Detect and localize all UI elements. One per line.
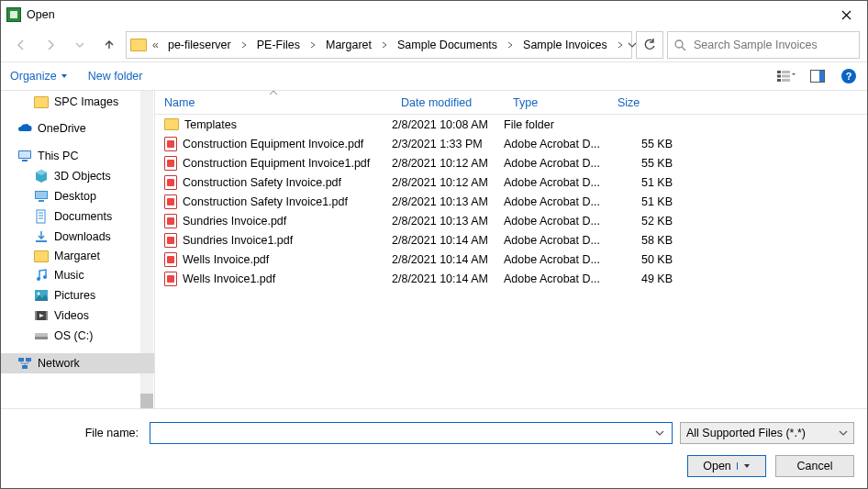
file-name: Wells Invoice1.pdf bbox=[183, 272, 275, 285]
tree-item[interactable]: Margaret bbox=[1, 247, 154, 265]
svg-rect-23 bbox=[46, 311, 48, 320]
breadcrumb-item[interactable]: Margaret bbox=[320, 35, 377, 55]
file-type: Adobe Acrobat D... bbox=[504, 176, 608, 189]
tree-item[interactable]: Pictures bbox=[1, 285, 154, 306]
tree-item[interactable]: Documents bbox=[1, 206, 154, 227]
breadcrumb-item[interactable]: Sample Invoices bbox=[517, 35, 613, 55]
preview-pane-icon bbox=[810, 70, 825, 83]
tree-item[interactable]: Desktop bbox=[1, 186, 154, 206]
pdf-icon bbox=[164, 214, 177, 228]
help-button[interactable]: ? bbox=[840, 67, 858, 85]
file-row[interactable]: Wells Invoice.pdf2/8/2021 10:14 AMAdobe … bbox=[155, 250, 867, 269]
breadcrumb[interactable]: « pe-fileserver PE-Files Margaret Sample… bbox=[126, 31, 632, 59]
chevron-down-icon bbox=[655, 428, 664, 438]
tree-item[interactable]: SPC Images bbox=[1, 93, 154, 111]
file-size: 58 KB bbox=[608, 234, 682, 247]
forward-button[interactable] bbox=[38, 32, 63, 58]
file-row[interactable]: Construction Safety Invoice1.pdf2/8/2021… bbox=[155, 192, 867, 211]
tree-item-label: Music bbox=[54, 269, 84, 282]
3d-objects-icon bbox=[34, 169, 49, 183]
filter-label: All Supported Files (*.*) bbox=[686, 427, 806, 439]
column-size[interactable]: Size bbox=[608, 91, 682, 114]
file-row[interactable]: Sundries Invoice.pdf2/8/2021 10:13 AMAdo… bbox=[155, 211, 867, 230]
chevron-right-icon bbox=[505, 41, 516, 49]
file-type: Adobe Acrobat D... bbox=[504, 195, 608, 208]
chevron-right-icon bbox=[239, 41, 250, 49]
filename-combobox[interactable] bbox=[150, 422, 673, 444]
file-row[interactable]: Sundries Invoice1.pdf2/8/2021 10:14 AMAd… bbox=[155, 230, 867, 250]
svg-rect-6 bbox=[782, 79, 790, 82]
file-type: Adobe Acrobat D... bbox=[504, 272, 608, 285]
cancel-button[interactable]: Cancel bbox=[775, 455, 854, 477]
tree-item-label: Desktop bbox=[54, 190, 96, 203]
column-type[interactable]: Type bbox=[504, 91, 608, 114]
up-button[interactable] bbox=[96, 32, 122, 58]
breadcrumb-item[interactable]: pe-fileserver bbox=[162, 35, 237, 55]
open-label: Open bbox=[703, 460, 731, 472]
pdf-icon bbox=[164, 272, 177, 286]
folder-icon bbox=[164, 118, 179, 130]
search-box[interactable] bbox=[667, 31, 860, 59]
pdf-icon bbox=[164, 233, 177, 248]
recent-locations-button[interactable] bbox=[67, 32, 93, 58]
chevron-down-icon bbox=[839, 428, 848, 438]
tree-item[interactable]: Videos bbox=[1, 306, 154, 326]
svg-rect-14 bbox=[39, 200, 44, 202]
file-size: 55 KB bbox=[608, 157, 682, 170]
file-type: Adobe Acrobat D... bbox=[504, 138, 608, 150]
file-name: Sundries Invoice1.pdf bbox=[183, 234, 293, 247]
view-options-button[interactable] bbox=[777, 67, 796, 85]
column-date[interactable]: Date modified bbox=[392, 91, 504, 114]
preview-pane-button[interactable] bbox=[808, 67, 827, 85]
file-size: 51 KB bbox=[608, 195, 682, 208]
file-row[interactable]: Wells Invoice1.pdf2/8/2021 10:14 AMAdobe… bbox=[155, 269, 867, 288]
svg-rect-3 bbox=[777, 75, 781, 78]
file-date: 2/8/2021 10:08 AM bbox=[392, 118, 504, 131]
column-label: Date modified bbox=[401, 96, 472, 109]
filename-dropdown[interactable] bbox=[651, 428, 668, 438]
tree-item[interactable]: Downloads bbox=[1, 227, 154, 247]
tree-item-onedrive[interactable]: OneDrive bbox=[1, 118, 154, 139]
split-caret[interactable] bbox=[737, 462, 751, 470]
file-pane: Name Date modified Type Size Templates2/… bbox=[155, 91, 867, 408]
tree-item[interactable]: Music bbox=[1, 265, 154, 285]
svg-point-17 bbox=[37, 277, 40, 281]
back-button[interactable] bbox=[8, 32, 34, 58]
file-row[interactable]: Construction Equipment Invoice.pdf2/3/20… bbox=[155, 134, 867, 153]
footer: File name: All Supported Files (*.*) Ope… bbox=[1, 408, 867, 488]
tree-item-label: Downloads bbox=[54, 230, 111, 243]
file-row[interactable]: Construction Equipment Invoice1.pdf2/8/2… bbox=[155, 153, 867, 172]
search-input[interactable] bbox=[692, 38, 853, 52]
tree-item-label: OS (C:) bbox=[54, 329, 93, 342]
window-title: Open bbox=[27, 8, 55, 21]
new-folder-button[interactable]: New folder bbox=[88, 70, 143, 83]
tree-item-network[interactable]: Network bbox=[1, 353, 154, 373]
help-icon: ? bbox=[841, 69, 856, 83]
tree-item[interactable]: OS (C:) bbox=[1, 326, 154, 346]
file-size: 50 KB bbox=[608, 253, 682, 266]
organize-menu[interactable]: Organize bbox=[10, 70, 68, 83]
tree-item-label: Margaret bbox=[54, 250, 100, 262]
breadcrumb-item[interactable]: Sample Documents bbox=[392, 35, 503, 55]
open-button[interactable]: Open bbox=[687, 455, 766, 477]
tree-item-thispc[interactable]: This PC bbox=[1, 146, 154, 166]
file-type-filter[interactable]: All Supported Files (*.*) bbox=[680, 422, 854, 444]
filename-input[interactable] bbox=[154, 426, 651, 440]
close-button[interactable] bbox=[825, 1, 867, 28]
breadcrumb-item[interactable]: PE-Files bbox=[251, 35, 306, 55]
file-row[interactable]: Construction Safety Invoice.pdf2/8/2021 … bbox=[155, 172, 867, 192]
column-name[interactable]: Name bbox=[155, 91, 392, 114]
tree-item-label: SPC Images bbox=[54, 95, 118, 108]
tree-item[interactable]: 3D Objects bbox=[1, 166, 154, 186]
drive-icon bbox=[34, 328, 49, 343]
svg-rect-22 bbox=[35, 311, 37, 320]
chevron-right-icon bbox=[379, 41, 390, 49]
folder-icon bbox=[130, 39, 147, 51]
file-name: Templates bbox=[184, 118, 237, 131]
svg-rect-1 bbox=[777, 71, 781, 73]
file-row[interactable]: Templates2/8/2021 10:08 AMFile folder bbox=[155, 115, 867, 134]
refresh-button[interactable] bbox=[636, 31, 663, 59]
file-size: 51 KB bbox=[608, 176, 682, 189]
column-headers: Name Date modified Type Size bbox=[155, 91, 867, 115]
file-name: Construction Equipment Invoice.pdf bbox=[183, 138, 363, 150]
